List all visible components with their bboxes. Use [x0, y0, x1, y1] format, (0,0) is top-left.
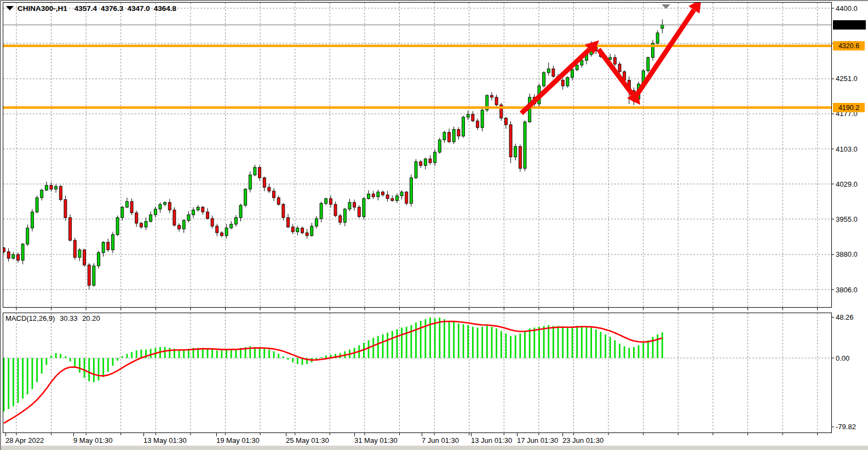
macd-bar — [605, 334, 606, 358]
macd-bar — [45, 358, 47, 365]
close-value: 4364.8 — [154, 4, 176, 13]
price-tick-label: 3880.0 — [836, 250, 858, 258]
macd-bar — [586, 327, 588, 358]
candlestick — [386, 195, 389, 199]
candlestick — [343, 209, 346, 222]
macd-bar — [600, 332, 602, 358]
macd-bar — [60, 354, 61, 358]
low-value: 4347.0 — [127, 4, 150, 13]
macd-bar — [396, 330, 398, 358]
macd-bar — [567, 327, 568, 358]
candlestick — [462, 117, 465, 136]
macd-bar — [486, 326, 488, 358]
candlestick — [145, 221, 147, 227]
macd-tick-label: 0.00 — [836, 354, 849, 362]
time-axis-label: 19 May 01:30 — [216, 436, 260, 445]
candlestick — [580, 60, 583, 65]
candlestick — [50, 186, 53, 189]
macd-bar — [595, 330, 597, 358]
candlestick — [561, 80, 564, 86]
macd-bar — [263, 349, 265, 358]
macd-bar — [18, 358, 19, 403]
candlestick — [306, 233, 308, 235]
macd-bar — [467, 325, 469, 358]
macd-bar — [382, 334, 384, 358]
candlestick — [647, 57, 649, 71]
main-chart-pane[interactable] — [3, 3, 832, 308]
window-bottom-strip — [1, 446, 868, 450]
candlestick — [609, 57, 612, 59]
macd-bar — [207, 349, 209, 358]
candlestick — [296, 228, 299, 232]
hline-price-badge-label: 4190.2 — [838, 104, 859, 112]
candlestick — [410, 178, 412, 204]
macd-tick-label: 48.26 — [836, 313, 854, 321]
macd-bar — [434, 318, 436, 358]
macd-bar — [463, 324, 464, 358]
candlestick — [438, 140, 441, 152]
chart-canvas[interactable]: 4400.04325.84251.04177.04103.04029.03955… — [1, 1, 868, 450]
macd-bar — [41, 358, 43, 373]
candlestick — [135, 213, 138, 223]
candlestick — [230, 224, 233, 228]
candlestick — [320, 204, 323, 219]
candlestick — [59, 186, 62, 199]
candlestick — [415, 161, 417, 177]
candlestick — [239, 205, 242, 217]
candlestick — [7, 252, 10, 258]
macd-bar — [472, 327, 474, 358]
macd-bar — [231, 350, 232, 358]
candlestick — [41, 190, 43, 198]
candlestick — [509, 125, 512, 157]
macd-bar — [642, 343, 644, 358]
candlestick — [311, 226, 313, 235]
macd-bar — [22, 358, 24, 399]
macd-bar — [387, 333, 388, 358]
macd-bar — [657, 334, 658, 358]
candlestick — [334, 204, 337, 216]
macd-bar — [259, 348, 261, 358]
macd-bar — [93, 358, 95, 382]
trading-chart-window: 4400.04325.84251.04177.04103.04029.03955… — [0, 0, 868, 450]
candlestick — [547, 69, 550, 73]
candlestick — [73, 240, 76, 257]
candlestick — [45, 186, 48, 191]
high-value: 4376.3 — [101, 4, 123, 13]
candlestick — [216, 226, 219, 233]
candlestick — [291, 227, 294, 232]
macd-bar — [27, 358, 28, 394]
candlestick — [97, 253, 100, 266]
candlestick — [164, 203, 166, 204]
time-axis-label: 7 Jun 01:30 — [422, 436, 459, 445]
candlestick — [495, 97, 498, 105]
macd-bar — [235, 349, 237, 358]
macd-bar — [50, 355, 52, 358]
candlestick — [263, 178, 266, 187]
macd-bar — [107, 358, 109, 372]
candlestick — [405, 192, 408, 204]
candlestick — [419, 161, 422, 165]
macd-bar — [576, 326, 578, 358]
macd-bar — [524, 331, 526, 358]
candlestick — [382, 192, 384, 195]
candlestick — [197, 207, 199, 210]
macd-pane[interactable] — [3, 313, 832, 433]
macd-bar — [453, 322, 455, 358]
macd-bar — [515, 335, 516, 358]
macd-bar — [458, 324, 459, 358]
candlestick — [268, 187, 271, 191]
macd-bar — [533, 327, 535, 358]
candlestick — [282, 204, 285, 217]
macd-bar — [481, 327, 483, 358]
candlestick — [64, 200, 67, 218]
candlestick — [481, 110, 484, 128]
macd-bar — [638, 345, 640, 358]
macd-bar — [590, 327, 592, 358]
macd-bar — [496, 328, 497, 358]
candlestick — [21, 244, 24, 260]
macd-bar — [131, 352, 133, 358]
candlestick — [571, 70, 574, 77]
macd-bar — [32, 358, 33, 389]
macd-value: 30.33 — [60, 314, 78, 322]
candlestick — [192, 210, 195, 215]
